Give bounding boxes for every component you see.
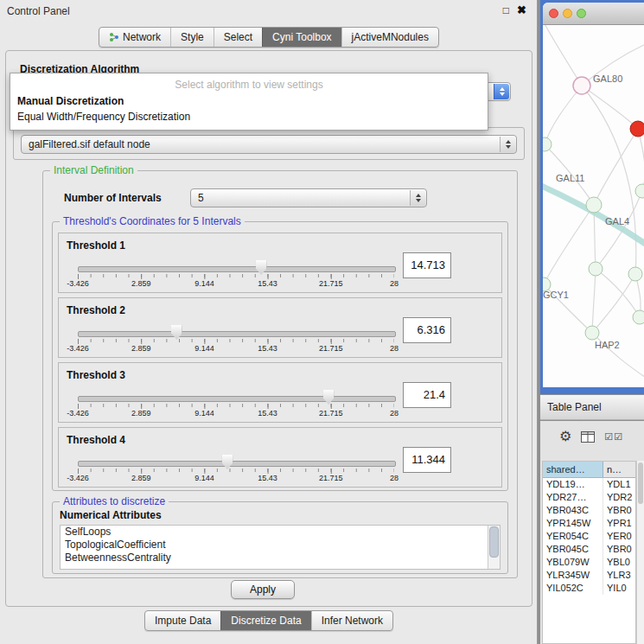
apply-button[interactable]: Apply <box>231 580 295 599</box>
cell[interactable]: YLR345W <box>543 569 603 582</box>
node-label-gal80: GAL80 <box>593 73 622 84</box>
dropdown-option-equal-width[interactable]: Equal Width/Frequency Discretization <box>10 109 488 124</box>
cell[interactable]: YER054C <box>543 530 603 543</box>
table-row[interactable]: YLR345WYLR3 <box>543 569 635 582</box>
cell[interactable]: YDL1 <box>603 478 635 491</box>
network-window-titlebar[interactable] <box>543 3 644 25</box>
zoom-button[interactable] <box>577 9 586 18</box>
cell[interactable]: YDR2 <box>603 491 635 504</box>
node-label-gal11: GAL11 <box>556 173 584 183</box>
cell[interactable]: YDL19… <box>543 478 603 491</box>
combobox-stepper-icon <box>410 190 425 206</box>
cell[interactable]: YDR27… <box>543 491 603 504</box>
cell[interactable]: YPR1 <box>603 517 635 530</box>
cell[interactable]: YBR0 <box>603 504 635 517</box>
table-row[interactable]: YPR145WYPR1 <box>543 517 635 530</box>
table-toolbar: ⚙ ☑☑ <box>559 426 623 447</box>
scale-label: 15.43 <box>258 279 277 288</box>
slider-thumb[interactable] <box>323 390 335 405</box>
close-button[interactable] <box>549 9 558 18</box>
list-item[interactable]: TopologicalCoefficient <box>61 539 500 552</box>
column-header-shared-name[interactable]: shared… <box>543 462 603 477</box>
table-row[interactable]: YDR27…YDR2 <box>543 491 635 504</box>
list-item[interactable]: SelfLoops <box>61 526 500 539</box>
tab-cyni-toolbox[interactable]: Cyni Toolbox <box>262 28 341 47</box>
cell[interactable]: YPR145W <box>543 517 603 530</box>
table-row[interactable]: YBR043CYBR0 <box>543 504 635 517</box>
scale-label: 21.715 <box>319 344 343 353</box>
minimize-button[interactable] <box>563 9 572 18</box>
thresholds-group-title: Threshold's Coordinates for 5 Intervals <box>60 215 245 227</box>
selected-node-red[interactable] <box>630 121 644 137</box>
threshold-value-field[interactable]: 21.4 <box>403 382 451 408</box>
cell[interactable]: YBL0 <box>603 556 635 569</box>
cyni-toolbox-panel: Discretization Algorithm Select algorith… <box>5 50 532 607</box>
float-window-icon[interactable]: □ <box>503 4 509 16</box>
tab-discretize-data[interactable]: Discretize Data <box>220 611 310 630</box>
table-row[interactable]: YER054CYER0 <box>543 530 635 543</box>
threshold-value-field[interactable]: 14.713 <box>403 252 451 278</box>
tab-label: Infer Network <box>322 615 383 627</box>
checkbox-icons[interactable]: ☑☑ <box>604 431 623 443</box>
threshold-slider[interactable] <box>78 331 396 337</box>
table-row[interactable]: YBR045CYBR0 <box>543 543 635 556</box>
dropdown-option-manual-discretization[interactable]: Manual Discretization <box>10 93 488 109</box>
cell[interactable]: YIL0 <box>603 582 635 595</box>
cell[interactable]: YBR045C <box>543 543 603 556</box>
number-of-intervals-combobox[interactable]: 5 <box>190 188 427 207</box>
column-header-name[interactable]: n… <box>603 462 635 477</box>
scrollbar-thumb[interactable] <box>638 462 643 504</box>
slider-thumb[interactable] <box>222 455 233 469</box>
scale-label: -3.426 <box>67 344 89 353</box>
table-row[interactable]: YIL052CYIL0 <box>543 582 635 595</box>
scale-label: 21.715 <box>319 409 343 418</box>
cell[interactable]: YBR0 <box>603 543 635 556</box>
control-panel-window: Control Panel □ ✖ Network Style Select <box>0 0 538 644</box>
threshold-slider[interactable] <box>78 266 396 272</box>
slider-thumb[interactable] <box>256 260 267 275</box>
scrollbar-thumb[interactable] <box>489 526 499 558</box>
tab-jactivemnodules[interactable]: jActiveMNodules <box>341 28 438 47</box>
tab-infer-network[interactable]: Infer Network <box>311 611 392 630</box>
node-gal80[interactable] <box>573 77 590 94</box>
thresholds-group: Threshold's Coordinates for 5 Intervals … <box>52 221 508 491</box>
tab-label: Style <box>181 31 204 43</box>
tab-label: Network <box>123 31 161 43</box>
table-row[interactable]: YBL079WYBL0 <box>543 556 635 569</box>
tab-impute-data[interactable]: Impute Data <box>145 611 220 630</box>
network-graph[interactable]: GAL80 GAL11 GAL4 GCY1 HAP2 <box>543 25 644 387</box>
tab-label: Discretize Data <box>231 615 301 627</box>
tab-select[interactable]: Select <box>214 28 262 47</box>
show-columns-icon[interactable] <box>581 431 595 443</box>
window-title: Control Panel <box>7 5 70 17</box>
attributes-list[interactable]: SelfLoops TopologicalCoefficient Between… <box>60 525 501 570</box>
cell[interactable]: YER0 <box>603 530 635 543</box>
threshold-slider[interactable] <box>78 461 396 467</box>
slider-scale: -3.426 2.859 9.144 15.43 21.715 28 <box>78 279 394 290</box>
threshold-value-field[interactable]: 11.344 <box>403 447 451 473</box>
table-row[interactable]: YDL19…YDL1 <box>543 478 635 491</box>
cell[interactable]: YLR3 <box>603 569 635 582</box>
threshold-value-field[interactable]: 6.316 <box>403 317 451 343</box>
cell[interactable]: YBR043C <box>543 504 603 517</box>
table-data-combobox[interactable]: galFiltered.sif default node <box>21 135 517 154</box>
node-gal4[interactable] <box>586 197 602 213</box>
cell[interactable]: YBL079W <box>543 556 603 569</box>
attributes-group: Attributes to discretize Numerical Attri… <box>52 501 508 574</box>
cell[interactable]: YIL052C <box>543 582 603 595</box>
node-table[interactable]: shared… n… YDL19…YDL1 YDR27…YDR2 YBR043C… <box>542 461 636 644</box>
settings-gear-icon[interactable]: ⚙ <box>559 426 571 447</box>
tab-style[interactable]: Style <box>170 28 214 47</box>
slider-thumb[interactable] <box>171 325 182 340</box>
list-scrollbar[interactable] <box>488 526 500 569</box>
network-canvas[interactable]: GAL80 GAL11 GAL4 GCY1 HAP2 <box>543 25 644 387</box>
node-hap2[interactable] <box>585 326 599 340</box>
threshold-slider[interactable] <box>78 396 396 402</box>
close-icon[interactable]: ✖ <box>517 3 526 16</box>
list-item[interactable]: BetweennessCentrality <box>61 552 500 564</box>
scale-label: 2.859 <box>131 474 151 482</box>
scale-label: 21.715 <box>319 279 343 288</box>
top-tab-bar: Network Style Select Cyni Toolbox jActiv… <box>0 27 538 48</box>
table-scrollbar[interactable] <box>636 461 644 644</box>
tab-network[interactable]: Network <box>99 28 170 47</box>
